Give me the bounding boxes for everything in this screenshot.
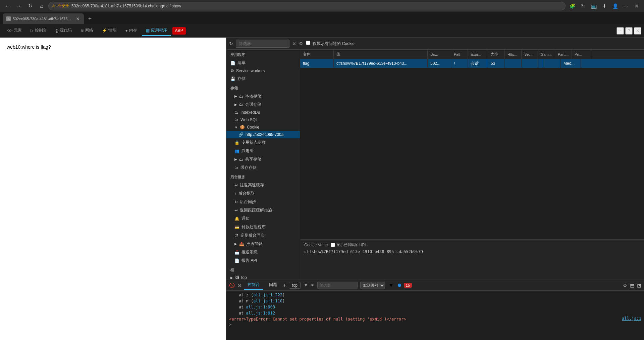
- sidebar-item-cookie-url[interactable]: 🔗 http://502ec065-730a: [226, 131, 300, 138]
- sidebar-item-indexeddb[interactable]: 🗂 IndexedDB: [226, 109, 300, 116]
- cookie-row-flag[interactable]: flag ctfshow%7B17f179ed-613e-4910-b43...…: [300, 59, 644, 68]
- download-btn[interactable]: ⬇: [600, 1, 609, 11]
- console-tab-issues[interactable]: 问题: [266, 281, 280, 290]
- sidebar-item-push-message[interactable]: 📩 推送消息: [226, 248, 300, 256]
- background-sync-icon: ↻: [234, 200, 238, 204]
- error-source-link[interactable]: all.js:1: [622, 316, 641, 321]
- only-problems-checkbox[interactable]: [306, 41, 310, 45]
- background-fetch-icon: ↑: [234, 191, 236, 196]
- sidebar-item-cache-storage[interactable]: 🗂 缓存存储: [226, 163, 300, 172]
- sidebar-item-back-cache[interactable]: ↩ 往返高速缓存: [226, 181, 300, 189]
- sidebar-item-shared-storage[interactable]: ▶ 🗂 共享存储: [226, 155, 300, 163]
- tab-close-btn[interactable]: ✕: [75, 16, 80, 21]
- notifications-icon: 🔔: [234, 216, 239, 221]
- devtools-close-btn[interactable]: ✕: [632, 1, 641, 11]
- console-tab-console[interactable]: 控制台: [244, 281, 263, 290]
- console-context[interactable]: top: [289, 282, 301, 289]
- tab-sources[interactable]: {} 源代码: [52, 26, 76, 36]
- console-line-3: at all.js:1:903: [229, 304, 641, 310]
- sidebar-item-payment-handler[interactable]: 💳 付款处理程序: [226, 223, 300, 231]
- address-bar[interactable]: ⚠ 不安全 502ec065-730a-4181-afb7-c16751509b…: [48, 2, 566, 10]
- sidebar-item-storage-top[interactable]: 💾 存储: [226, 75, 300, 83]
- expand-console-btn[interactable]: ⬔: [637, 283, 641, 288]
- tab-network[interactable]: ≋ 网络: [76, 26, 97, 36]
- section-storage: 存储: [226, 83, 300, 92]
- cookie-url-icon: 🔗: [238, 132, 244, 137]
- panel-icon-right: ⋯ ? ✕: [616, 27, 641, 35]
- col-header-expires: Expi...: [468, 50, 488, 59]
- private-state-icon: 🔒: [234, 140, 239, 145]
- forward-button[interactable]: →: [14, 1, 23, 11]
- home-button[interactable]: ⌂: [37, 1, 46, 11]
- sidebar-item-session-storage[interactable]: ▶ 🗂 会话存储: [226, 100, 300, 109]
- clear-filter-btn[interactable]: ✕: [292, 41, 296, 46]
- sidebar-item-background-sync[interactable]: ↻ 后台同步: [226, 198, 300, 206]
- new-tab-button[interactable]: +: [85, 14, 95, 23]
- console-clear-btn[interactable]: 🚫: [229, 283, 235, 288]
- sidebar-item-top[interactable]: ▶ 🖼 top: [226, 274, 300, 280]
- link-alljs-222[interactable]: all.js:1:222: [253, 293, 282, 297]
- decode-url-label[interactable]: 显示已解码的 URL: [331, 242, 367, 247]
- refresh-button[interactable]: ↻: [25, 1, 35, 11]
- sidebar-item-push-load[interactable]: ▶ 📤 推送加载: [226, 240, 300, 248]
- sidebar-item-background-fetch[interactable]: ↑ 后台提取: [226, 189, 300, 198]
- console-level-select[interactable]: 默认级别: [360, 282, 385, 289]
- shared-storage-arrow: ▶: [234, 157, 237, 161]
- webpage-text: web10:where is flag?: [7, 44, 219, 50]
- cookie-name: flag: [300, 59, 334, 68]
- toolbar-right: 🧩 ↻ 📺 ⬇ 👤 ⋯ ✕: [568, 1, 641, 11]
- section-application: 应用程序: [226, 50, 300, 59]
- link-alljs-903[interactable]: all.js:1:903: [246, 305, 275, 309]
- console-filter-input[interactable]: [317, 282, 358, 289]
- link-alljs-912[interactable]: all.js:1:912: [246, 311, 275, 315]
- more-btn[interactable]: ⋯: [621, 1, 631, 11]
- console-line-4: at all.js:1:912: [229, 310, 641, 316]
- panel-refresh-btn[interactable]: ↻: [229, 41, 233, 46]
- tab-console[interactable]: ▷ 控制台: [26, 26, 51, 36]
- sidebar-item-report-api[interactable]: 📄 报告 API: [226, 256, 300, 265]
- back-button[interactable]: ←: [3, 1, 12, 11]
- settings-icon[interactable]: ⚙: [299, 41, 303, 46]
- link-alljs-110[interactable]: all.js:1:110: [253, 299, 282, 303]
- console-settings-icon[interactable]: ⚙: [623, 283, 627, 288]
- tab-memory[interactable]: ● 内存: [121, 26, 141, 36]
- local-storage-icon: 🗂: [239, 94, 243, 99]
- sidebar-item-service-workers[interactable]: ⚙ Service workers: [226, 67, 300, 75]
- add-console-tab-btn[interactable]: +: [283, 282, 286, 288]
- help-btn[interactable]: ?: [625, 27, 633, 35]
- decode-url-checkbox[interactable]: [331, 243, 335, 247]
- main-content: web10:where is flag? ↻ ✕ ⚙ 仅显示有问题的 Cooki…: [0, 38, 644, 340]
- tab-application[interactable]: ▦ 应用程序: [142, 26, 171, 36]
- webpage-content: web10:where is flag?: [0, 38, 226, 56]
- memory-icon: ●: [125, 28, 127, 33]
- browser-chrome: ← → ↻ ⌂ ⚠ 不安全 502ec065-730a-4181-afb7-c1…: [0, 0, 644, 24]
- sidebar-item-periodic-sync[interactable]: ⏱ 定期后台同步: [226, 231, 300, 240]
- console-live-expressions[interactable]: 👁: [311, 283, 315, 288]
- more-tabs-btn[interactable]: ⋯: [616, 27, 624, 35]
- active-tab[interactable]: ⚠ 502ec065-730a-4181-afb7-c16751509b14.c…: [3, 13, 84, 24]
- tab-bar: ⚠ 502ec065-730a-4181-afb7-c16751509b14.c…: [0, 12, 644, 24]
- tab-performance[interactable]: ⚡ 性能: [98, 26, 120, 36]
- sidebar-item-bounce-tracking[interactable]: ↩ 退回跟踪缓解措施: [226, 206, 300, 214]
- sidebar-item-interest-groups[interactable]: 👥 兴趣组: [226, 147, 300, 155]
- refresh-btn2[interactable]: ↻: [578, 1, 588, 11]
- console-filter-toggle[interactable]: ⊘: [237, 283, 241, 288]
- sidebar-item-local-storage[interactable]: ▶ 🗂 本地存储: [226, 92, 300, 100]
- profile-btn[interactable]: 👤: [610, 1, 620, 11]
- undock-btn[interactable]: ⬒: [630, 283, 634, 288]
- report-api-icon: 📄: [234, 258, 239, 263]
- sidebar-item-private-state-tokens[interactable]: 🔒 专用状态令牌: [226, 138, 300, 147]
- sidebar-item-manifest[interactable]: 📄 清单: [226, 59, 300, 67]
- tab-abp[interactable]: ABP: [172, 27, 186, 35]
- sidebar-item-web-sql[interactable]: 🗂 Web SQL: [226, 116, 300, 124]
- context-dropdown-icon[interactable]: ▼: [304, 283, 308, 288]
- close-devtools-btn[interactable]: ✕: [634, 27, 641, 35]
- sidebar-item-notifications[interactable]: 🔔 通知: [226, 214, 300, 223]
- cookie-priority: Med...: [561, 59, 581, 68]
- tab-elements[interactable]: </> 元素: [3, 26, 26, 36]
- cast-btn[interactable]: 📺: [589, 1, 598, 11]
- filter-input[interactable]: [236, 40, 289, 48]
- extensions-btn[interactable]: 🧩: [568, 1, 577, 11]
- cookie-value-full: ctfshow%7B17f179ed-613e-4910-b438-895fcd…: [304, 249, 640, 254]
- sidebar-item-cookie[interactable]: ▼ 🍪 Cookie: [226, 124, 300, 131]
